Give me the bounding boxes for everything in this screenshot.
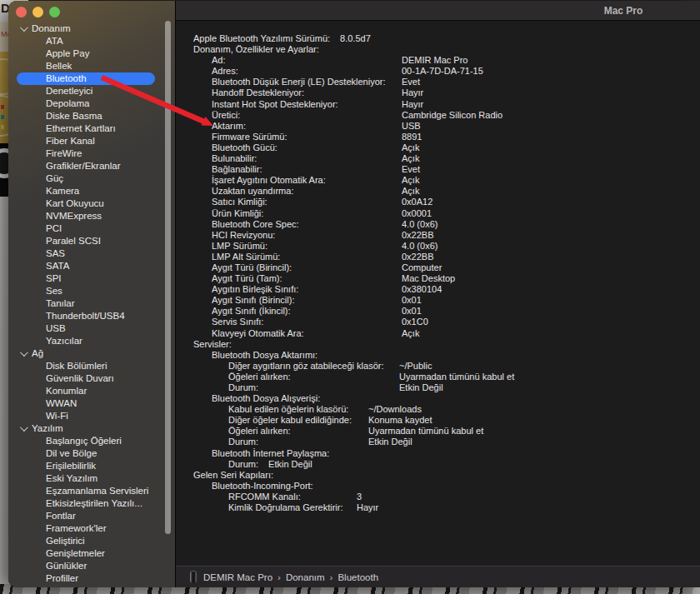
sidebar-item-g-nl-kler[interactable]: Günlükler [17,560,155,572]
report-row: Diğer öğeler kabul edildiğinde:Konuma ka… [176,415,700,426]
sidebar-item-fiber-kanal[interactable]: Fiber Kanal [17,135,155,147]
row-value: 00-1A-7D-DA-71-15 [402,66,483,77]
row-label: Bağlanabilir: [212,164,262,175]
sidebar-item-diske-basma[interactable]: Diske Basma [17,110,155,122]
sidebar-section-a[interactable]: Ağ [8,347,175,360]
sidebar-scrollbar[interactable] [165,21,171,534]
report-row: Ürün Kimliği:0x0001 [176,208,700,219]
row-value: DEMIR Mac Pro [402,55,468,66]
row-label: Satıcı Kimliği: [212,197,268,207]
sidebar-item-depolama[interactable]: Depolama [17,97,155,110]
sidebar-item-kart-okuyucu[interactable]: Kart Okuyucu [17,197,155,210]
row-label: İşaret Aygıtını Otomatik Ara: [212,175,326,186]
chevron-down-icon[interactable] [20,423,28,432]
row-value: 0x1C0 [402,317,428,327]
sidebar-item-nvmexpress[interactable]: NVMExpress [17,210,155,222]
breadcrumb-segment-bluetooth[interactable]: Bluetooth [338,572,378,582]
row-label: RFCOMM Kanalı: [228,492,301,502]
row-value: 4.0 (0x6) [402,219,438,230]
sidebar-item-bluetooth[interactable]: Bluetooth [17,72,155,85]
row-label: Üretici: [212,110,240,121]
row-value: Açık [402,153,419,164]
chevron-down-icon[interactable] [20,348,28,357]
sidebar-item-geli-tirici[interactable]: Geliştirici [17,535,155,547]
sidebar-item-g[interactable]: Güç [17,172,155,185]
sidebar-item-dil-ve-b-lge[interactable]: Dil ve Bölge [17,447,155,460]
sidebar-item-grafikler-ekranlar[interactable]: Grafikler/Ekranlar [17,160,155,172]
minimize-button[interactable] [32,7,43,17]
report-row: Öğeleri alırken:Uyarmadan tümünü kabul e… [176,372,700,382]
sidebar-item-ata[interactable]: ATA [17,35,155,47]
sidebar-section-donan-m[interactable]: Donanım [8,22,175,35]
row-value: 8.0.5d7 [340,33,371,43]
report-row: Aygıt Sınıfı (Birincil):0x01 [176,295,700,306]
sidebar-item-tan-lar[interactable]: Tanılar [17,297,155,310]
sidebar-item-sata[interactable]: SATA [17,260,155,272]
sidebar-item-spi[interactable]: SPI [17,272,155,285]
sidebar-item-denetleyici[interactable]: Denetleyici [17,85,155,97]
sidebar-item-framework-ler[interactable]: Framework'ler [17,522,155,535]
row-label: Durum: [228,437,258,447]
row-label: LMP Alt Sürümü: [212,252,280,262]
row-label: Ürün Kimliği: [212,208,263,219]
breadcrumb-segment-donan-m[interactable]: Donanım [286,572,325,582]
sidebar-item-ses[interactable]: Ses [17,285,155,297]
sidebar-item-thunderbolt-usb4[interactable]: Thunderbolt/USB4 [17,310,155,322]
sidebar-item-g-venlik-duvar[interactable]: Güvenlik Duvarı [17,372,155,385]
window-titlebar[interactable]: Mac Pro [176,1,700,21]
row-label: Gelen Seri Kapıları: [193,470,273,481]
sidebar-item-yaz-c-lar[interactable]: Yazıcılar [17,335,155,347]
close-button[interactable] [16,7,27,17]
color-speck [1,115,4,119]
row-label: Diğer aygıtların göz atabileceği klasör: [228,361,383,372]
row-value: Hayır [357,502,378,513]
window-title: Mac Pro [597,5,650,17]
sidebar-item-apple-pay[interactable]: Apple Pay [17,47,155,60]
zoom-button[interactable] [49,7,60,17]
sidebar-item-fontlar[interactable]: Fontlar [17,510,155,522]
row-value: 0x380104 [402,284,442,295]
sidebar-item-wwan[interactable]: WWAN [17,397,155,410]
row-label: Bluetooth-Incoming-Port: [212,481,313,492]
row-label: Bluetooth Dosya Alışverişi: [212,393,320,404]
row-label: Uzaktan uyandırma: [212,186,293,197]
sidebar-item-sas[interactable]: SAS [17,247,155,260]
report-row: Bağlanabilir:Evet [176,164,700,175]
sidebar-item-disk-b-l-mleri[interactable]: Disk Bölümleri [17,360,155,372]
sidebar-item-eski-yaz-l-m[interactable]: Eski Yazılım [17,472,155,485]
row-label: Aygıt Sınıfı (İkincil): [212,306,291,317]
traffic-lights [8,1,175,22]
sidebar-item-etkisizle-tirilen-yaz-l[interactable]: Etkisizleştirilen Yazılı... [17,497,155,510]
breadcrumb-segment-demir-mac-pro[interactable]: DEMIR Mac Pro [203,572,272,582]
sidebar-item-ba-lang-eleri[interactable]: Başlangıç Öğeleri [17,435,155,447]
row-label: Servisler: [193,339,232,350]
row-label: Ad: [212,55,226,66]
sidebar-item-e-zamanlama-servisleri[interactable]: Eşzamanlama Servisleri [17,485,155,497]
status-bar: DEMIR Mac Pro›Donanım›Bluetooth [176,566,700,587]
report-row: Donanım, Özellikler ve Ayarlar: [176,44,700,55]
report-row: LMP Sürümü:4.0 (0x6) [176,241,700,252]
sidebar-item-geni-letmeler[interactable]: Genişletmeler [17,547,155,560]
row-label: Apple Bluetooth Yazılımı Sürümü: [193,33,330,44]
sidebar-item-firewire[interactable]: FireWire [17,147,155,160]
sidebar-item-kamera[interactable]: Kamera [17,185,155,197]
sidebar-item-paralel-scsi[interactable]: Paralel SCSI [17,235,155,247]
sidebar-item-pci[interactable]: PCI [17,222,155,235]
report-row: Instant Hot Spot Destekleniyor:Hayır [176,99,700,110]
sidebar-section-yaz-l-m[interactable]: Yazılım [8,422,175,435]
sidebar-item-wi-fi[interactable]: Wi-Fi [17,410,155,422]
row-label: Aygıt Türü (Tam): [212,273,282,284]
report-row: LMP Alt Sürümü:0x22BB [176,252,700,262]
sidebar-item-eri-ilebilirlik[interactable]: Erişilebilirlik [17,460,155,472]
row-label: Bluetooth Gücü: [212,142,278,153]
content-column: Mac Pro Apple Bluetooth Yazılımı Sürümü:… [176,1,700,587]
chevron-down-icon[interactable] [20,23,28,32]
row-label: Servis Sınıfı: [212,317,263,327]
sidebar-item-ethernet-kartlar[interactable]: Ethernet Kartları [17,122,155,135]
row-value: Uyarmadan tümünü kabul et [368,426,483,437]
row-value: 8891 [402,132,422,142]
sidebar-item-usb[interactable]: USB [17,322,155,335]
sidebar-item-profiller[interactable]: Profiller [17,572,155,585]
sidebar-item-konumlar[interactable]: Konumlar [17,385,155,397]
sidebar-item-bellek[interactable]: Bellek [17,60,155,72]
